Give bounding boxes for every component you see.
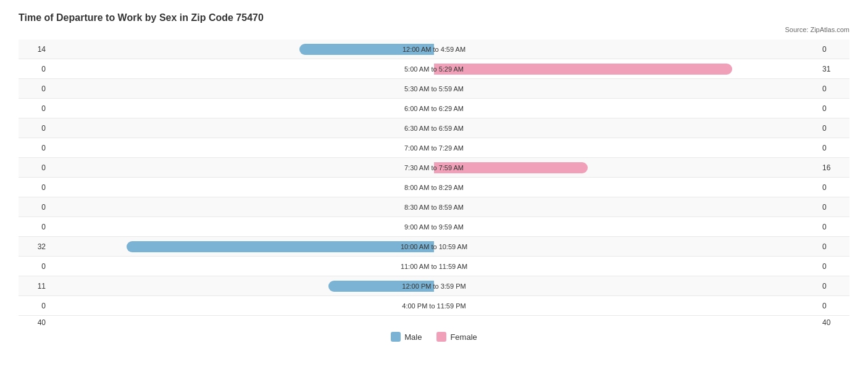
bars-wrapper: 12:00 PM to 3:59 PM [49, 276, 819, 295]
bars-wrapper: 4:00 PM to 11:59 PM [49, 296, 819, 315]
time-label: 10:00 AM to 10:59 AM [401, 243, 467, 250]
half-left [49, 122, 434, 135]
female-value: 0 [819, 282, 849, 291]
bars-wrapper: 12:00 AM to 4:59 AM [49, 39, 819, 59]
bars-wrapper: 9:00 AM to 9:59 AM [49, 217, 819, 236]
x-axis-row: 40 40 [19, 318, 849, 327]
bar-container: 11:00 AM to 11:59 AM [49, 257, 819, 276]
half-left [49, 200, 434, 214]
half-left [49, 102, 434, 115]
half-left [49, 299, 434, 313]
bars-wrapper: 7:30 AM to 7:59 AM [49, 158, 819, 177]
legend-male: Male [391, 332, 422, 342]
male-value: 0 [19, 163, 49, 172]
chart-title: Time of Departure to Work by Sex in Zip … [19, 12, 849, 23]
bar-container: 6:30 AM to 6:59 AM [49, 118, 819, 138]
bar-container: 12:00 AM to 4:59 AM [49, 39, 819, 59]
bar-container: 8:30 AM to 8:59 AM [49, 197, 819, 216]
male-value: 0 [19, 223, 49, 231]
half-left [49, 161, 434, 175]
half-left [49, 43, 434, 56]
time-label: 7:00 AM to 7:29 AM [404, 144, 464, 152]
chart-row: 08:30 AM to 8:59 AM0 [19, 197, 849, 217]
bar-container: 4:00 PM to 11:59 PM [49, 296, 819, 315]
chart-row: 09:00 AM to 9:59 AM0 [19, 217, 849, 237]
time-label: 6:00 AM to 6:29 AM [404, 105, 464, 112]
female-value: 31 [819, 65, 849, 73]
male-value: 11 [19, 282, 49, 291]
legend-female-label: Female [450, 332, 477, 342]
time-label: 5:00 AM to 5:29 AM [404, 65, 464, 73]
female-value: 0 [819, 242, 849, 251]
male-value: 14 [19, 45, 49, 54]
female-value: 0 [819, 45, 849, 54]
chart-row: 06:30 AM to 6:59 AM0 [19, 118, 849, 138]
chart-row: 07:00 AM to 7:29 AM0 [19, 138, 849, 158]
half-left [49, 260, 434, 273]
chart-row: 05:30 AM to 5:59 AM0 [19, 79, 849, 99]
male-value: 0 [19, 203, 49, 212]
male-value: 0 [19, 124, 49, 133]
male-value: 32 [19, 242, 49, 251]
female-value: 0 [819, 104, 849, 113]
female-value: 0 [819, 85, 849, 93]
male-value: 0 [19, 65, 49, 73]
chart-row: 08:00 AM to 8:29 AM0 [19, 178, 849, 197]
female-value: 0 [819, 144, 849, 152]
half-right [434, 122, 819, 135]
legend-female-box [436, 332, 446, 342]
half-left [49, 220, 434, 234]
half-right [434, 240, 819, 254]
bar-container: 10:00 AM to 10:59 AM [49, 237, 819, 256]
half-left [49, 62, 434, 76]
half-left [49, 82, 434, 96]
half-left [49, 240, 434, 254]
chart-row: 1112:00 PM to 3:59 PM0 [19, 276, 849, 296]
legend-male-label: Male [404, 332, 422, 342]
bar-container: 8:00 AM to 8:29 AM [49, 178, 819, 197]
time-label: 6:30 AM to 6:59 AM [404, 125, 464, 132]
bar-male [127, 241, 434, 252]
time-label: 5:30 AM to 5:59 AM [404, 85, 464, 93]
male-value: 0 [19, 262, 49, 271]
bar-container: 12:00 PM to 3:59 PM [49, 276, 819, 295]
half-right [434, 102, 819, 115]
half-right [434, 260, 819, 273]
bar-container: 6:00 AM to 6:29 AM [49, 99, 819, 118]
chart-row: 011:00 AM to 11:59 AM0 [19, 257, 849, 276]
half-right [434, 220, 819, 234]
male-value: 0 [19, 104, 49, 113]
time-label: 11:00 AM to 11:59 AM [401, 263, 467, 270]
bar-female [434, 64, 732, 75]
time-label: 7:30 AM to 7:59 AM [404, 164, 464, 171]
half-left [49, 141, 434, 155]
half-right [434, 82, 819, 96]
bar-container: 7:00 AM to 7:29 AM [49, 138, 819, 157]
chart-row: 07:30 AM to 7:59 AM16 [19, 158, 849, 178]
time-label: 9:00 AM to 9:59 AM [404, 223, 464, 231]
time-label: 12:00 PM to 3:59 PM [402, 282, 465, 290]
male-value: 0 [19, 302, 49, 310]
half-left [49, 181, 434, 194]
female-value: 0 [819, 302, 849, 310]
bars-wrapper: 11:00 AM to 11:59 AM [49, 257, 819, 276]
time-label: 12:00 AM to 4:59 AM [403, 46, 465, 53]
female-value: 0 [819, 183, 849, 192]
female-value: 0 [819, 203, 849, 212]
half-right [434, 62, 819, 76]
time-label: 8:00 AM to 8:29 AM [404, 184, 464, 191]
female-value: 0 [819, 262, 849, 271]
x-left-label: 40 [19, 318, 49, 327]
chart-area: 1412:00 AM to 4:59 AM005:00 AM to 5:29 A… [19, 39, 849, 316]
half-right [434, 200, 819, 214]
female-value: 0 [819, 124, 849, 133]
legend-male-box [391, 332, 401, 342]
bar-container: 7:30 AM to 7:59 AM [49, 158, 819, 177]
half-right [434, 43, 819, 56]
half-right [434, 299, 819, 313]
female-value: 16 [819, 163, 849, 172]
bar-container: 5:30 AM to 5:59 AM [49, 79, 819, 98]
female-value: 0 [819, 223, 849, 231]
half-right [434, 181, 819, 194]
time-label: 4:00 PM to 11:59 PM [402, 302, 465, 310]
